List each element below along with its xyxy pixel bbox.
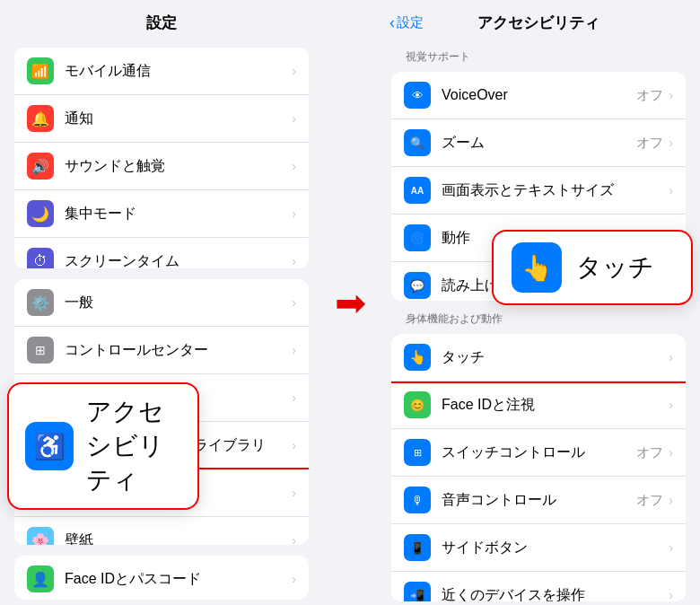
touch-popup-icon: 👆 <box>512 242 562 293</box>
touch-chevron: › <box>669 350 673 364</box>
switchcontrol-value: オフ <box>636 444 663 461</box>
general-row[interactable]: ⚙️ 一般 › <box>14 279 309 327</box>
screentime-label: スクリーンタイム <box>65 252 292 269</box>
accessibility-popup: ♿ アクセシビリティ <box>9 384 197 508</box>
nearbydevice-icon: 📲 <box>404 582 431 601</box>
faceid-right-row[interactable]: 😊 Face IDと注視 › <box>391 381 686 429</box>
notifications-row[interactable]: 🔔 通知 › <box>14 95 309 143</box>
sidebutton-label: サイドボタン <box>442 539 669 557</box>
touch-row[interactable]: 👆 タッチ › <box>391 334 686 381</box>
wallpaper-row[interactable]: 🌸 壁紙 › <box>14 517 309 545</box>
nearbydevice-label: 近くのデバイスを操作 <box>442 586 669 601</box>
controlcenter-chevron: › <box>292 343 296 357</box>
left-panel: 設定 📶 モバイル通信 › 🔔 通知 › 🔊 サウンドと触覚 › 🌙 集中モード… <box>0 0 323 605</box>
faceid-row[interactable]: 👤 Face IDとパスコード › <box>14 556 309 600</box>
popup-accessibility-label: アクセシビリティ <box>86 395 181 497</box>
zoom-icon: 🔍 <box>404 129 431 156</box>
motion-icon: 🌀 <box>404 224 431 251</box>
nearbydevice-row[interactable]: 📲 近くのデバイスを操作 › <box>391 572 686 601</box>
focus-icon: 🌙 <box>27 200 54 227</box>
back-button[interactable]: ‹ 設定 <box>389 13 424 32</box>
settings-group-3: 👤 Face IDとパスコード › <box>14 556 309 600</box>
switchcontrol-icon: ⊞ <box>404 439 431 466</box>
mobile-label: モバイル通信 <box>65 62 292 81</box>
back-label: 設定 <box>397 14 424 31</box>
touch-popup-label: タッチ <box>576 250 654 285</box>
screentime-chevron: › <box>292 254 296 268</box>
voicecontrol-label: 音声コントロール <box>442 491 636 510</box>
left-title: 設定 <box>0 0 323 42</box>
settings-group-1: 📶 モバイル通信 › 🔔 通知 › 🔊 サウンドと触覚 › 🌙 集中モード › … <box>14 48 309 268</box>
general-label: 一般 <box>65 294 292 312</box>
general-icon: ⚙️ <box>27 289 54 316</box>
spoken-icon: 💬 <box>404 272 431 299</box>
faceid-right-icon: 😊 <box>404 391 431 418</box>
body-functions-group: 👆 タッチ › 😊 Face IDと注視 › ⊞ スイッチコントロール オフ ›… <box>391 334 686 601</box>
textsize-chevron: › <box>669 183 673 197</box>
touch-label: タッチ <box>442 348 669 367</box>
general-chevron: › <box>292 295 296 310</box>
switchcontrol-chevron: › <box>669 445 673 460</box>
zoom-row[interactable]: 🔍 ズーム オフ › <box>391 119 686 167</box>
faceid-right-label: Face IDと注視 <box>442 396 669 415</box>
notifications-label: 通知 <box>65 110 292 128</box>
section-body-label: 身体機能および動作 <box>377 304 700 330</box>
homescreen-chevron: › <box>292 438 296 452</box>
focus-label: 集中モード <box>65 205 292 224</box>
voiceover-icon: 👁 <box>404 82 431 109</box>
textsize-icon: AA <box>404 177 431 204</box>
voicecontrol-value: オフ <box>636 492 663 509</box>
faceid-chevron: › <box>292 572 296 586</box>
right-header: ‹ 設定 アクセシビリティ <box>377 0 700 42</box>
zoom-value: オフ <box>636 135 663 152</box>
wallpaper-icon: 🌸 <box>27 527 54 545</box>
faceid-right-chevron: › <box>669 398 673 412</box>
controlcenter-label: コントロールセンター <box>65 341 292 360</box>
right-panel: ‹ 設定 アクセシビリティ 視覚サポート 👁 VoiceOver オフ › 🔍 … <box>377 0 700 605</box>
section-visual-label: 視覚サポート <box>377 42 700 68</box>
voicecontrol-row[interactable]: 🎙 音声コントロール オフ › <box>391 477 686 524</box>
sound-row[interactable]: 🔊 サウンドと触覚 › <box>14 143 309 190</box>
notifications-icon: 🔔 <box>27 105 54 132</box>
mobile-icon: 📶 <box>27 57 54 84</box>
wallpaper-chevron: › <box>292 533 296 545</box>
mobile-row[interactable]: 📶 モバイル通信 › <box>14 48 309 95</box>
zoom-label: ズーム <box>442 134 636 153</box>
arrow-container: ➡ <box>323 0 377 605</box>
switchcontrol-label: スイッチコントロール <box>442 443 636 462</box>
voicecontrol-icon: 🎙 <box>404 487 431 513</box>
focus-row[interactable]: 🌙 集中モード › <box>14 190 309 238</box>
faceid-label: Face IDとパスコード <box>65 570 292 589</box>
voiceover-label: VoiceOver <box>442 87 636 103</box>
zoom-chevron: › <box>669 136 673 150</box>
right-arrow-icon: ➡ <box>335 281 366 325</box>
accessibility-chevron: › <box>292 486 296 500</box>
wallpaper-label: 壁紙 <box>65 531 292 545</box>
sidebutton-icon: 📱 <box>404 534 431 561</box>
sound-icon: 🔊 <box>27 153 54 180</box>
notifications-chevron: › <box>292 111 296 126</box>
sound-label: サウンドと触覚 <box>65 157 292 176</box>
voiceover-chevron: › <box>669 88 673 102</box>
touch-icon: 👆 <box>404 344 431 371</box>
textsize-label: 画面表示とテキストサイズ <box>442 181 669 200</box>
voiceover-row[interactable]: 👁 VoiceOver オフ › <box>391 72 686 119</box>
focus-chevron: › <box>292 206 296 221</box>
popup-accessibility-icon: ♿ <box>25 422 74 470</box>
switchcontrol-row[interactable]: ⊞ スイッチコントロール オフ › <box>391 429 686 477</box>
textsize-row[interactable]: AA 画面表示とテキストサイズ › <box>391 167 686 215</box>
mobile-chevron: › <box>292 64 296 78</box>
touch-popup: 👆 タッチ <box>494 232 691 303</box>
back-chevron-icon: ‹ <box>389 13 395 32</box>
right-title: アクセシビリティ <box>477 13 599 33</box>
voiceover-value: オフ <box>636 87 663 104</box>
voicecontrol-chevron: › <box>669 493 673 507</box>
sidebutton-row[interactable]: 📱 サイドボタン › <box>391 524 686 572</box>
nearbydevice-chevron: › <box>669 588 673 601</box>
display-chevron: › <box>292 390 296 405</box>
screentime-row[interactable]: ⏱ スクリーンタイム › <box>14 238 309 268</box>
faceid-icon: 👤 <box>27 566 54 592</box>
controlcenter-row[interactable]: ⊞ コントロールセンター › <box>14 327 309 374</box>
screentime-icon: ⏱ <box>27 248 54 268</box>
sidebutton-chevron: › <box>669 540 673 555</box>
